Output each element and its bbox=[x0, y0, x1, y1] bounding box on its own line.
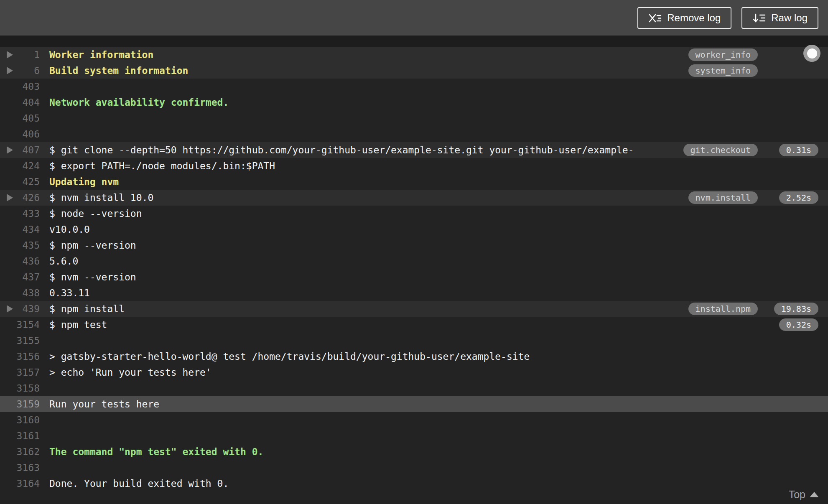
log-line: 433 $ node --version bbox=[0, 206, 828, 221]
log-line: 3162 The command "npm test" exited with … bbox=[0, 444, 828, 460]
line-number[interactable]: 407 bbox=[0, 145, 40, 155]
line-number[interactable]: 3164 bbox=[0, 478, 40, 489]
log-line: 3160 bbox=[0, 412, 828, 428]
log-line: 6 Build system information system_info bbox=[0, 63, 828, 79]
fold-tag-badge[interactable]: system_info bbox=[688, 64, 758, 77]
log-line: 424 $ export PATH=./node_modules/.bin:$P… bbox=[0, 158, 828, 174]
fold-toggle-triangle-right-icon[interactable] bbox=[7, 305, 13, 313]
log-line: 3154 $ npm test 0.32s bbox=[0, 317, 828, 333]
line-text: 5.6.0 bbox=[49, 256, 78, 267]
log-line: 1 Worker information worker_info bbox=[0, 47, 828, 63]
line-number[interactable]: 403 bbox=[0, 81, 40, 92]
log-line: 405 bbox=[0, 110, 828, 126]
back-to-top-link[interactable]: Top bbox=[789, 489, 819, 501]
line-number[interactable]: 3161 bbox=[0, 430, 40, 441]
line-text: $ npm install bbox=[49, 303, 125, 314]
line-text: $ export PATH=./node_modules/.bin:$PATH bbox=[49, 160, 275, 171]
line-text: $ node --version bbox=[49, 208, 142, 219]
line-text: Network availability confirmed. bbox=[49, 97, 229, 108]
line-number[interactable]: 3156 bbox=[0, 351, 40, 362]
duration-badge: 2.52s bbox=[779, 191, 818, 204]
raw-log-button[interactable]: Raw log bbox=[741, 7, 818, 29]
triangle-up-icon bbox=[810, 492, 819, 497]
log-line: 437 $ nvm --version bbox=[0, 269, 828, 285]
line-text: 0.33.11 bbox=[49, 288, 90, 298]
line-text: Done. Your build exited with 0. bbox=[49, 478, 229, 489]
log-line: 425 Updating nvm bbox=[0, 174, 828, 190]
log-line: 439 $ npm install install.npm 19.83s bbox=[0, 301, 828, 317]
fold-toggle-triangle-right-icon[interactable] bbox=[7, 146, 13, 154]
log-line: 426 $ nvm install 10.0 nvm.install 2.52s bbox=[0, 190, 828, 206]
line-number[interactable]: 3154 bbox=[0, 319, 40, 330]
log-line: 407 $ git clone --depth=50 https://githu… bbox=[0, 142, 828, 158]
fold-tag-badge[interactable]: worker_info bbox=[688, 48, 758, 61]
raw-log-label: Raw log bbox=[771, 12, 808, 24]
log-top-strip bbox=[0, 36, 828, 47]
line-number[interactable]: 3162 bbox=[0, 446, 40, 457]
log-line: 3161 bbox=[0, 428, 828, 444]
line-number[interactable]: 1 bbox=[0, 49, 40, 60]
line-number[interactable]: 3159 bbox=[0, 399, 40, 410]
log-line: 434 v10.0.0 bbox=[0, 221, 828, 237]
log-line: 3159 Run your tests here bbox=[0, 396, 828, 412]
build-log: 1 Worker information worker_info 6 Build… bbox=[0, 36, 828, 504]
fold-tag-badge[interactable]: install.npm bbox=[688, 303, 758, 315]
line-number[interactable]: 439 bbox=[0, 303, 40, 314]
line-number[interactable]: 6 bbox=[0, 65, 40, 76]
line-number[interactable]: 3157 bbox=[0, 367, 40, 378]
header-button-group: Remove log Raw log bbox=[637, 7, 818, 29]
top-label: Top bbox=[789, 489, 805, 501]
line-number[interactable]: 3160 bbox=[0, 415, 40, 425]
arrow-down-list-icon bbox=[752, 13, 766, 24]
remove-log-button[interactable]: Remove log bbox=[637, 7, 731, 29]
line-text: Worker information bbox=[49, 49, 153, 60]
line-text: $ nvm install 10.0 bbox=[49, 192, 153, 203]
line-number[interactable]: 436 bbox=[0, 256, 40, 267]
line-number[interactable]: 438 bbox=[0, 288, 40, 298]
line-number[interactable]: 3163 bbox=[0, 462, 40, 473]
fold-toggle-triangle-right-icon[interactable] bbox=[7, 194, 13, 201]
log-header-bar: Remove log Raw log bbox=[0, 0, 828, 36]
line-text: Build system information bbox=[49, 65, 188, 76]
line-number[interactable]: 406 bbox=[0, 129, 40, 140]
duration-badge: 0.31s bbox=[779, 144, 818, 156]
line-number[interactable]: 434 bbox=[0, 224, 40, 235]
line-number[interactable]: 426 bbox=[0, 192, 40, 203]
line-text: Run your tests here bbox=[49, 399, 159, 410]
line-number[interactable]: 437 bbox=[0, 272, 40, 283]
fold-tag-badge[interactable]: git.checkout bbox=[683, 144, 758, 156]
log-line: 3156 > gatsby-starter-hello-world@ test … bbox=[0, 349, 828, 364]
fold-toggle-triangle-right-icon[interactable] bbox=[7, 51, 13, 59]
line-number[interactable]: 433 bbox=[0, 208, 40, 219]
line-number[interactable]: 3155 bbox=[0, 335, 40, 346]
circle-knob-icon[interactable] bbox=[803, 45, 820, 62]
line-number[interactable]: 404 bbox=[0, 97, 40, 108]
duration-badge: 19.83s bbox=[774, 303, 818, 315]
line-text: > echo 'Run your tests here' bbox=[49, 367, 211, 378]
log-line: 438 0.33.11 bbox=[0, 285, 828, 301]
x-list-icon bbox=[648, 13, 662, 24]
line-text: Updating nvm bbox=[49, 176, 119, 187]
fold-tag-badge[interactable]: nvm.install bbox=[688, 191, 758, 204]
log-line: 403 bbox=[0, 79, 828, 94]
log-lines: 1 Worker information worker_info 6 Build… bbox=[0, 47, 828, 491]
line-text: $ npm test bbox=[49, 319, 107, 330]
line-text: > gatsby-starter-hello-world@ test /home… bbox=[49, 351, 530, 362]
line-number[interactable]: 405 bbox=[0, 113, 40, 124]
line-number[interactable]: 3158 bbox=[0, 383, 40, 394]
log-line: 436 5.6.0 bbox=[0, 253, 828, 269]
fold-toggle-triangle-right-icon[interactable] bbox=[7, 67, 13, 74]
log-line: 3158 bbox=[0, 380, 828, 396]
line-number[interactable]: 424 bbox=[0, 160, 40, 171]
log-line: 3157 > echo 'Run your tests here' bbox=[0, 364, 828, 380]
line-number[interactable]: 425 bbox=[0, 176, 40, 187]
line-text: $ npm --version bbox=[49, 240, 136, 251]
log-line: 3164 Done. Your build exited with 0. bbox=[0, 476, 828, 491]
log-line: 3163 bbox=[0, 460, 828, 476]
remove-log-label: Remove log bbox=[667, 12, 721, 24]
circle-knob-inner bbox=[807, 48, 817, 59]
log-line: 435 $ npm --version bbox=[0, 237, 828, 253]
line-text: The command "npm test" exited with 0. bbox=[49, 446, 263, 457]
log-line: 3155 bbox=[0, 333, 828, 349]
line-number[interactable]: 435 bbox=[0, 240, 40, 251]
